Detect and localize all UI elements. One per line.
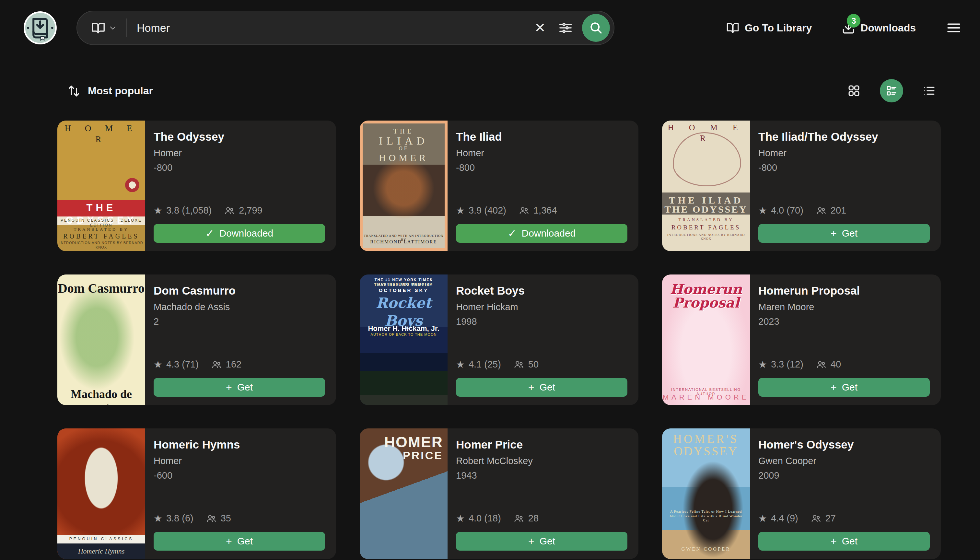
rating-value: 4.1 (25) bbox=[468, 359, 501, 370]
book-cover: THEILIADOFHOMERTRANSLATED AND WITH AN IN… bbox=[360, 120, 448, 251]
book-title: Homeric Hymns bbox=[153, 438, 325, 451]
people-icon bbox=[518, 205, 530, 216]
rating-value: 3.3 (12) bbox=[771, 359, 803, 370]
cover-text-line: MAREN MOORE bbox=[662, 393, 750, 402]
cover-text-line: THE ODYSSEY bbox=[57, 202, 145, 227]
cover-text-line: ILIAD bbox=[363, 134, 445, 148]
book-card[interactable]: Dom CasmurroMachado de Assis Dom Casmurr… bbox=[57, 275, 336, 405]
action-button[interactable]: + Get bbox=[758, 532, 930, 551]
cover-text-line: A Fearless Feline Tale, or How I Learned… bbox=[662, 510, 750, 523]
action-icon: + bbox=[226, 536, 232, 547]
rating-stat: ★ 4.0 (70) bbox=[758, 205, 803, 216]
star-icon: ★ bbox=[758, 205, 767, 216]
card-list-view-icon bbox=[885, 84, 898, 97]
action-label: Get bbox=[237, 536, 253, 547]
readers-stat: 162 bbox=[211, 359, 242, 370]
card-list-view-button[interactable] bbox=[880, 79, 903, 102]
cover-text-line: HOMER bbox=[363, 152, 445, 164]
action-button[interactable]: + Get bbox=[153, 532, 325, 551]
book-stats: ★ 4.0 (70) 201 bbox=[758, 205, 930, 216]
book-author: Maren Moore bbox=[758, 302, 930, 312]
book-title: The Odyssey bbox=[153, 130, 325, 143]
menu-button[interactable] bbox=[946, 20, 962, 36]
book-icon bbox=[91, 20, 106, 35]
book-year: 1998 bbox=[456, 316, 627, 327]
search-bar: ✕ bbox=[77, 11, 615, 45]
book-cover: HOMERPRICE bbox=[360, 428, 448, 559]
search-input[interactable] bbox=[137, 22, 534, 34]
action-label: Get bbox=[237, 382, 253, 393]
app-logo[interactable] bbox=[23, 11, 57, 45]
people-icon bbox=[816, 359, 827, 370]
action-button[interactable]: ✓ Downloaded bbox=[456, 224, 627, 243]
people-icon bbox=[206, 513, 217, 524]
action-button[interactable]: + Get bbox=[758, 224, 930, 243]
list-view-icon bbox=[922, 84, 936, 98]
book-card[interactable]: H O M E RTHE ILIADTHE ODYSSEYTRANSLATED … bbox=[662, 120, 941, 251]
book-download-logo-icon bbox=[23, 11, 57, 45]
cover-text-line: Homeric Hymns bbox=[57, 543, 145, 559]
star-icon: ★ bbox=[456, 513, 465, 524]
cover-text-line: OCTOBER SKY bbox=[360, 287, 448, 293]
book-stats: ★ 4.3 (71) 162 bbox=[153, 359, 325, 370]
cover-text-line: INTRODUCTIONS AND NOTES BY BERNARD KNOX bbox=[662, 233, 750, 241]
book-card-body: Rocket Boys Homer Hickam 1998 ★ 4.1 (25)… bbox=[448, 275, 638, 405]
book-card-body: Homer's Odyssey Gwen Cooper 2009 ★ 4.4 (… bbox=[750, 428, 941, 559]
book-card-body: Homer Price Robert McCloskey 1943 ★ 4.0 … bbox=[448, 428, 638, 559]
book-cover: THE #1 NEW YORK TIMES BESTSELLING MEMOIR… bbox=[360, 275, 448, 405]
clear-search-button[interactable]: ✕ bbox=[534, 21, 546, 35]
book-card[interactable]: HOMERPRICE Homer Price Robert McCloskey … bbox=[360, 428, 638, 559]
action-label: Get bbox=[842, 382, 858, 393]
cover-text-line: THE ODYSSEY bbox=[662, 203, 750, 215]
cover-text-line: TRANSLATED BY bbox=[662, 217, 750, 222]
hamburger-icon bbox=[946, 20, 962, 36]
go-to-library-button[interactable]: Go To Library bbox=[726, 21, 812, 35]
cover-text-line: INTERNATIONAL BESTSELLING AUTHOR bbox=[662, 388, 750, 397]
book-author: Homer bbox=[153, 148, 325, 158]
downloads-button[interactable]: 3 Downloads bbox=[842, 21, 916, 35]
search-category-dropdown[interactable] bbox=[88, 18, 119, 38]
book-card[interactable]: THEILIADOFHOMERTRANSLATED AND WITH AN IN… bbox=[360, 120, 638, 251]
go-to-library-label: Go To Library bbox=[745, 22, 812, 34]
readers-value: 50 bbox=[528, 359, 538, 370]
main-content: Most popular bbox=[57, 79, 941, 559]
cover-text-line: HOMER bbox=[360, 433, 448, 452]
action-button[interactable]: + Get bbox=[153, 378, 325, 397]
view-toggles bbox=[842, 79, 941, 102]
book-card[interactable]: THE #1 NEW YORK TIMES BESTSELLING MEMOIR… bbox=[360, 275, 638, 405]
book-card-body: Homeric Hymns Homer -600 ★ 3.8 (6) 35 bbox=[145, 428, 336, 559]
action-button[interactable]: + Get bbox=[758, 378, 930, 397]
library-book-icon bbox=[726, 21, 740, 35]
book-year: 2 bbox=[153, 316, 325, 327]
filter-button[interactable] bbox=[558, 20, 573, 35]
search-submit-button[interactable] bbox=[582, 14, 610, 42]
list-view-button[interactable] bbox=[917, 79, 941, 102]
book-card[interactable]: HomerunProposalINTERNATIONAL BESTSELLING… bbox=[662, 275, 941, 405]
action-icon: + bbox=[528, 536, 534, 547]
grid-view-button[interactable] bbox=[842, 79, 866, 102]
sort-button[interactable]: Most popular bbox=[57, 84, 153, 98]
search-divider bbox=[127, 18, 127, 37]
rating-value: 3.9 (402) bbox=[468, 205, 506, 216]
book-card[interactable]: PENGUIN CLASSICSHomeric Hymns Homeric Hy… bbox=[57, 428, 336, 559]
book-stats: ★ 3.9 (402) 1,364 bbox=[456, 205, 627, 216]
downloads-icon-wrap: 3 bbox=[842, 21, 855, 35]
top-right-actions: Go To Library 3 Downloads bbox=[726, 20, 962, 36]
action-label: Downloaded bbox=[219, 228, 273, 239]
readers-stat: 201 bbox=[816, 205, 846, 216]
action-icon: + bbox=[831, 536, 837, 547]
action-button[interactable]: ✓ Downloaded bbox=[153, 224, 325, 243]
action-button[interactable]: + Get bbox=[456, 378, 627, 397]
book-card[interactable]: H O M E RTHE ODYSSEYPENGUIN CLASSICS · D… bbox=[57, 120, 336, 251]
rating-value: 4.4 (9) bbox=[771, 513, 798, 524]
chevron-down-icon bbox=[109, 24, 117, 32]
book-card[interactable]: HOMER'SODYSSEYA Fearless Feline Tale, or… bbox=[662, 428, 941, 559]
book-stats: ★ 3.8 (1,058) 2,799 bbox=[153, 205, 325, 216]
book-author: Homer Hickam bbox=[456, 302, 627, 312]
cover-text-line: Homer H. Hickam, Jr. bbox=[360, 324, 448, 333]
book-title: Homer Price bbox=[456, 438, 627, 451]
action-button[interactable]: + Get bbox=[456, 532, 627, 551]
book-cover: Dom CasmurroMachado de Assis bbox=[57, 275, 145, 405]
book-year: -600 bbox=[153, 470, 325, 481]
cover-text-line: RICHMOND LATTIMORE bbox=[363, 239, 445, 245]
